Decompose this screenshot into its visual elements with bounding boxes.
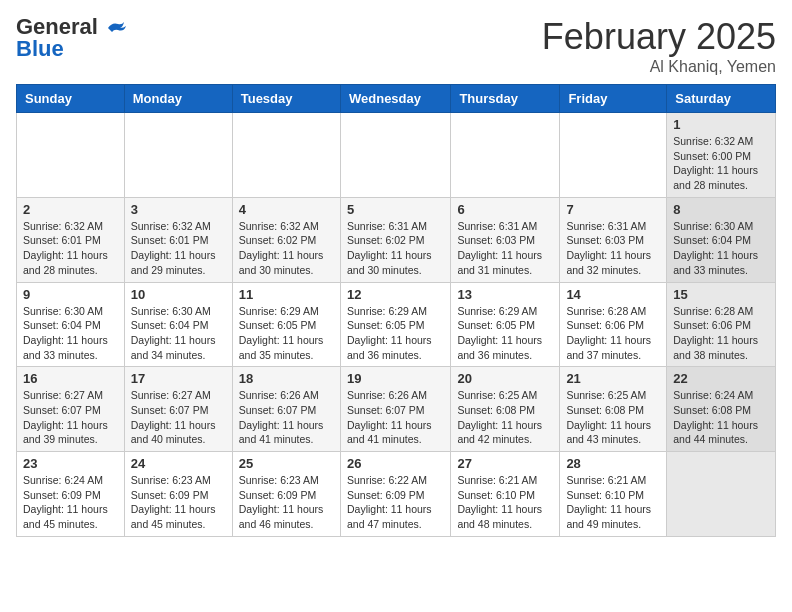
day-info: Sunrise: 6:26 AM Sunset: 6:07 PM Dayligh… — [239, 388, 334, 447]
day-info: Sunrise: 6:21 AM Sunset: 6:10 PM Dayligh… — [566, 473, 660, 532]
day-cell: 22Sunrise: 6:24 AM Sunset: 6:08 PM Dayli… — [667, 367, 776, 452]
day-cell: 15Sunrise: 6:28 AM Sunset: 6:06 PM Dayli… — [667, 282, 776, 367]
day-cell: 9Sunrise: 6:30 AM Sunset: 6:04 PM Daylig… — [17, 282, 125, 367]
week-row-3: 16Sunrise: 6:27 AM Sunset: 6:07 PM Dayli… — [17, 367, 776, 452]
day-cell — [667, 452, 776, 537]
week-row-2: 9Sunrise: 6:30 AM Sunset: 6:04 PM Daylig… — [17, 282, 776, 367]
logo: General Blue — [16, 16, 126, 62]
day-number: 5 — [347, 202, 444, 217]
day-cell: 13Sunrise: 6:29 AM Sunset: 6:05 PM Dayli… — [451, 282, 560, 367]
day-number: 22 — [673, 371, 769, 386]
month-title: February 2025 — [542, 16, 776, 58]
day-cell: 8Sunrise: 6:30 AM Sunset: 6:04 PM Daylig… — [667, 197, 776, 282]
day-info: Sunrise: 6:23 AM Sunset: 6:09 PM Dayligh… — [239, 473, 334, 532]
header-friday: Friday — [560, 85, 667, 113]
calendar-header-row: SundayMondayTuesdayWednesdayThursdayFrid… — [17, 85, 776, 113]
day-number: 18 — [239, 371, 334, 386]
day-info: Sunrise: 6:29 AM Sunset: 6:05 PM Dayligh… — [347, 304, 444, 363]
day-info: Sunrise: 6:30 AM Sunset: 6:04 PM Dayligh… — [131, 304, 226, 363]
day-cell: 1Sunrise: 6:32 AM Sunset: 6:00 PM Daylig… — [667, 113, 776, 198]
day-info: Sunrise: 6:22 AM Sunset: 6:09 PM Dayligh… — [347, 473, 444, 532]
day-number: 9 — [23, 287, 118, 302]
day-number: 6 — [457, 202, 553, 217]
day-info: Sunrise: 6:21 AM Sunset: 6:10 PM Dayligh… — [457, 473, 553, 532]
day-cell — [560, 113, 667, 198]
day-cell: 6Sunrise: 6:31 AM Sunset: 6:03 PM Daylig… — [451, 197, 560, 282]
day-cell: 3Sunrise: 6:32 AM Sunset: 6:01 PM Daylig… — [124, 197, 232, 282]
logo-bird-icon — [106, 20, 126, 36]
day-cell: 16Sunrise: 6:27 AM Sunset: 6:07 PM Dayli… — [17, 367, 125, 452]
header-sunday: Sunday — [17, 85, 125, 113]
day-cell — [451, 113, 560, 198]
day-number: 28 — [566, 456, 660, 471]
logo-general: General — [16, 16, 126, 38]
day-cell: 23Sunrise: 6:24 AM Sunset: 6:09 PM Dayli… — [17, 452, 125, 537]
day-cell: 19Sunrise: 6:26 AM Sunset: 6:07 PM Dayli… — [340, 367, 450, 452]
day-cell: 5Sunrise: 6:31 AM Sunset: 6:02 PM Daylig… — [340, 197, 450, 282]
day-number: 2 — [23, 202, 118, 217]
day-cell: 17Sunrise: 6:27 AM Sunset: 6:07 PM Dayli… — [124, 367, 232, 452]
day-number: 20 — [457, 371, 553, 386]
header-thursday: Thursday — [451, 85, 560, 113]
week-row-0: 1Sunrise: 6:32 AM Sunset: 6:00 PM Daylig… — [17, 113, 776, 198]
day-info: Sunrise: 6:32 AM Sunset: 6:01 PM Dayligh… — [23, 219, 118, 278]
day-number: 13 — [457, 287, 553, 302]
day-info: Sunrise: 6:23 AM Sunset: 6:09 PM Dayligh… — [131, 473, 226, 532]
day-info: Sunrise: 6:27 AM Sunset: 6:07 PM Dayligh… — [131, 388, 226, 447]
day-cell: 24Sunrise: 6:23 AM Sunset: 6:09 PM Dayli… — [124, 452, 232, 537]
day-cell: 26Sunrise: 6:22 AM Sunset: 6:09 PM Dayli… — [340, 452, 450, 537]
day-info: Sunrise: 6:32 AM Sunset: 6:02 PM Dayligh… — [239, 219, 334, 278]
day-number: 25 — [239, 456, 334, 471]
day-info: Sunrise: 6:30 AM Sunset: 6:04 PM Dayligh… — [23, 304, 118, 363]
day-number: 7 — [566, 202, 660, 217]
day-cell — [232, 113, 340, 198]
day-info: Sunrise: 6:25 AM Sunset: 6:08 PM Dayligh… — [566, 388, 660, 447]
day-number: 3 — [131, 202, 226, 217]
day-info: Sunrise: 6:32 AM Sunset: 6:01 PM Dayligh… — [131, 219, 226, 278]
day-cell: 28Sunrise: 6:21 AM Sunset: 6:10 PM Dayli… — [560, 452, 667, 537]
day-info: Sunrise: 6:27 AM Sunset: 6:07 PM Dayligh… — [23, 388, 118, 447]
day-info: Sunrise: 6:32 AM Sunset: 6:00 PM Dayligh… — [673, 134, 769, 193]
day-number: 17 — [131, 371, 226, 386]
day-info: Sunrise: 6:26 AM Sunset: 6:07 PM Dayligh… — [347, 388, 444, 447]
day-cell: 18Sunrise: 6:26 AM Sunset: 6:07 PM Dayli… — [232, 367, 340, 452]
day-number: 27 — [457, 456, 553, 471]
day-cell: 2Sunrise: 6:32 AM Sunset: 6:01 PM Daylig… — [17, 197, 125, 282]
day-info: Sunrise: 6:29 AM Sunset: 6:05 PM Dayligh… — [239, 304, 334, 363]
header-wednesday: Wednesday — [340, 85, 450, 113]
day-info: Sunrise: 6:31 AM Sunset: 6:02 PM Dayligh… — [347, 219, 444, 278]
day-number: 19 — [347, 371, 444, 386]
header-monday: Monday — [124, 85, 232, 113]
day-number: 24 — [131, 456, 226, 471]
week-row-4: 23Sunrise: 6:24 AM Sunset: 6:09 PM Dayli… — [17, 452, 776, 537]
day-number: 1 — [673, 117, 769, 132]
day-number: 12 — [347, 287, 444, 302]
title-block: February 2025 Al Khaniq, Yemen — [542, 16, 776, 76]
week-row-1: 2Sunrise: 6:32 AM Sunset: 6:01 PM Daylig… — [17, 197, 776, 282]
day-cell: 7Sunrise: 6:31 AM Sunset: 6:03 PM Daylig… — [560, 197, 667, 282]
day-info: Sunrise: 6:28 AM Sunset: 6:06 PM Dayligh… — [566, 304, 660, 363]
day-cell — [340, 113, 450, 198]
day-number: 15 — [673, 287, 769, 302]
day-cell: 14Sunrise: 6:28 AM Sunset: 6:06 PM Dayli… — [560, 282, 667, 367]
day-number: 11 — [239, 287, 334, 302]
calendar-table: SundayMondayTuesdayWednesdayThursdayFrid… — [16, 84, 776, 537]
day-cell — [17, 113, 125, 198]
day-cell: 12Sunrise: 6:29 AM Sunset: 6:05 PM Dayli… — [340, 282, 450, 367]
day-info: Sunrise: 6:30 AM Sunset: 6:04 PM Dayligh… — [673, 219, 769, 278]
day-cell — [124, 113, 232, 198]
logo-blue: Blue — [16, 36, 64, 62]
day-info: Sunrise: 6:24 AM Sunset: 6:08 PM Dayligh… — [673, 388, 769, 447]
day-cell: 27Sunrise: 6:21 AM Sunset: 6:10 PM Dayli… — [451, 452, 560, 537]
header-saturday: Saturday — [667, 85, 776, 113]
page-header: General Blue February 2025 Al Khaniq, Ye… — [16, 16, 776, 76]
day-number: 26 — [347, 456, 444, 471]
header-tuesday: Tuesday — [232, 85, 340, 113]
day-number: 10 — [131, 287, 226, 302]
day-cell: 21Sunrise: 6:25 AM Sunset: 6:08 PM Dayli… — [560, 367, 667, 452]
day-number: 4 — [239, 202, 334, 217]
day-info: Sunrise: 6:28 AM Sunset: 6:06 PM Dayligh… — [673, 304, 769, 363]
location-title: Al Khaniq, Yemen — [542, 58, 776, 76]
day-cell: 25Sunrise: 6:23 AM Sunset: 6:09 PM Dayli… — [232, 452, 340, 537]
day-info: Sunrise: 6:31 AM Sunset: 6:03 PM Dayligh… — [566, 219, 660, 278]
